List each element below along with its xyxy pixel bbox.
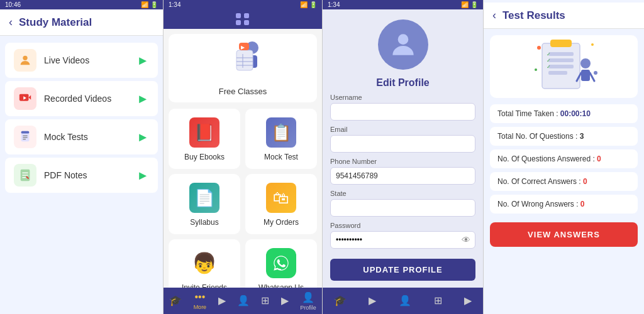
password-label: Password bbox=[330, 222, 475, 229]
nav-profile2-label: Profile bbox=[300, 305, 316, 311]
more3-icon: ▶ bbox=[464, 295, 472, 306]
videos3-icon: ▶ bbox=[369, 295, 376, 306]
back-icon-4[interactable]: ‹ bbox=[492, 9, 496, 22]
update-profile-button[interactable]: UPDATE PROFILE bbox=[330, 259, 475, 281]
status-icons-2: 📶 🔋 bbox=[300, 1, 317, 8]
back-icon-1[interactable]: ‹ bbox=[9, 16, 13, 29]
status-bar-2: 1:34 📶 🔋 bbox=[164, 0, 322, 9]
email-input[interactable] bbox=[330, 135, 475, 153]
free-classes-image: ▶ bbox=[218, 40, 268, 84]
username-label: Username bbox=[330, 94, 475, 101]
phone-label: Phone Number bbox=[330, 158, 475, 165]
time-1: 10:46 bbox=[5, 1, 21, 8]
recorded-videos-arrow: ► bbox=[136, 92, 149, 106]
phone-input[interactable] bbox=[330, 167, 475, 185]
syllabus-icon: 📄 bbox=[188, 181, 221, 214]
live-videos-icon bbox=[14, 49, 36, 72]
username-group: Username bbox=[330, 94, 475, 121]
mock-test-item[interactable]: 📋 Mock Test bbox=[245, 109, 317, 169]
svg-point-0 bbox=[23, 56, 27, 60]
wrong-answers-card: No. Of Wrong Answers : 0 bbox=[490, 195, 638, 214]
total-questions-card: Total No. Of Questions : 3 bbox=[490, 127, 638, 146]
nav-more-label: More bbox=[194, 304, 207, 310]
menu-item-pdf-notes[interactable]: PDF Notes ► bbox=[5, 158, 158, 193]
menu-item-recorded-videos[interactable]: Recorded Videos ► bbox=[5, 81, 158, 116]
correct-answers-label: No. Of Correct Answers : bbox=[497, 177, 583, 186]
whatsapp-us-item[interactable]: Whatsapp Us bbox=[245, 239, 317, 288]
mock-test-icon: 📋 bbox=[265, 116, 297, 149]
nav-more-3[interactable]: ▶ bbox=[464, 295, 472, 308]
nav-more[interactable]: ••• More bbox=[194, 291, 207, 310]
questions-answered-value: 0 bbox=[597, 154, 601, 163]
bottom-nav-2: 🎓 ••• More ▶ 👤 ⊞ ▶ 👤 Profile bbox=[164, 288, 322, 314]
profile-avatar bbox=[378, 19, 428, 70]
my-orders-icon: 🛍 bbox=[265, 181, 297, 214]
svg-point-22 bbox=[397, 34, 408, 45]
home-icon: 🎓 bbox=[169, 295, 182, 306]
svg-point-32 bbox=[580, 58, 591, 68]
svg-rect-33 bbox=[581, 70, 590, 81]
nav-videos[interactable]: ▶ bbox=[218, 295, 226, 308]
avatar-section bbox=[323, 9, 483, 75]
nav-home[interactable]: 🎓 bbox=[169, 295, 182, 308]
free-classes-label: Free Classes bbox=[219, 87, 267, 96]
status-icons-1: 📶 🔋 bbox=[141, 1, 158, 8]
svg-text:✓: ✓ bbox=[547, 64, 551, 70]
status-bar-1: 10:46 📶 🔋 bbox=[0, 0, 163, 9]
app-menu-panel: 1:34 📶 🔋 ▶ bbox=[164, 0, 323, 314]
svg-point-36 bbox=[537, 46, 541, 50]
phone-group: Phone Number bbox=[330, 158, 475, 185]
live-videos-arrow: ► bbox=[136, 53, 149, 68]
mock-test-label: Mock Test bbox=[264, 153, 298, 161]
status-bar-3: 1:34 📶 🔋 bbox=[323, 0, 483, 9]
more-icon: ••• bbox=[194, 291, 205, 303]
state-input[interactable] bbox=[330, 199, 475, 217]
nav-profile[interactable]: 👤 bbox=[237, 295, 250, 308]
nav-grid[interactable]: ⊞ bbox=[261, 295, 269, 308]
username-input[interactable] bbox=[330, 103, 475, 121]
nav-videos-3[interactable]: ▶ bbox=[369, 295, 376, 308]
mock-tests-icon bbox=[14, 126, 36, 148]
live-videos-label: Live Videos bbox=[44, 55, 136, 65]
profile3-icon: 👤 bbox=[399, 295, 411, 306]
nav-home-3[interactable]: 🎓 bbox=[334, 295, 347, 308]
svg-rect-5 bbox=[21, 131, 30, 134]
svg-rect-27 bbox=[548, 58, 574, 62]
test-illustration: ✓ ✓ ✓ bbox=[490, 35, 638, 98]
invite-friends-icon: 👦 bbox=[188, 247, 221, 279]
invite-friends-label: Invite Friends bbox=[182, 283, 227, 288]
svg-rect-31 bbox=[548, 71, 567, 75]
password-input[interactable] bbox=[330, 231, 475, 249]
eye-icon[interactable]: 👁 bbox=[462, 235, 470, 245]
app-grid-menu: 📕 Buy Ebooks 📋 Mock Test 📄 Syllabus bbox=[169, 109, 317, 288]
questions-answered-label: No. Of Questions Answered : bbox=[497, 154, 597, 163]
nav-profile2[interactable]: 👤 Profile bbox=[300, 291, 316, 311]
invite-friends-item[interactable]: 👦 Invite Friends bbox=[169, 239, 240, 288]
recorded-videos-icon bbox=[14, 87, 36, 110]
panel4-header: ‹ Test Results bbox=[484, 3, 644, 29]
nav-profile-3[interactable]: 👤 bbox=[399, 295, 411, 308]
more2-icon: ▶ bbox=[281, 295, 289, 306]
syllabus-item[interactable]: 📄 Syllabus bbox=[169, 174, 240, 234]
mock-tests-label: Mock Tests bbox=[44, 132, 136, 142]
buy-ebooks-item[interactable]: 📕 Buy Ebooks bbox=[169, 109, 240, 169]
my-orders-item[interactable]: 🛍 My Orders bbox=[245, 174, 317, 234]
whatsapp-icon bbox=[265, 247, 297, 279]
bottom-nav-3: 🎓 ▶ 👤 ⊞ ▶ bbox=[323, 288, 483, 314]
view-answers-button[interactable]: VIEW ANSWERS bbox=[490, 222, 638, 247]
total-time-label: Total Time Taken : bbox=[497, 109, 560, 118]
study-material-menu: Live Videos ► Recorded Videos ► bbox=[0, 36, 163, 314]
nav-grid-3[interactable]: ⊞ bbox=[434, 295, 442, 308]
edit-profile-title: Edit Profile bbox=[323, 75, 483, 94]
test-results-title: Test Results bbox=[502, 9, 565, 22]
buy-ebooks-label: Buy Ebooks bbox=[184, 153, 225, 161]
nav-more2[interactable]: ▶ bbox=[281, 295, 289, 308]
menu-item-mock-tests[interactable]: Mock Tests ► bbox=[5, 119, 158, 154]
svg-point-39 bbox=[594, 71, 597, 75]
free-classes-banner[interactable]: ▶ Free Classes bbox=[169, 34, 317, 102]
correct-answers-value: 0 bbox=[583, 177, 587, 186]
correct-answers-card: No. Of Correct Answers : 0 bbox=[490, 172, 638, 191]
pdf-notes-arrow: ► bbox=[136, 168, 149, 183]
menu-item-live-videos[interactable]: Live Videos ► bbox=[5, 43, 158, 78]
svg-rect-25 bbox=[548, 52, 574, 56]
